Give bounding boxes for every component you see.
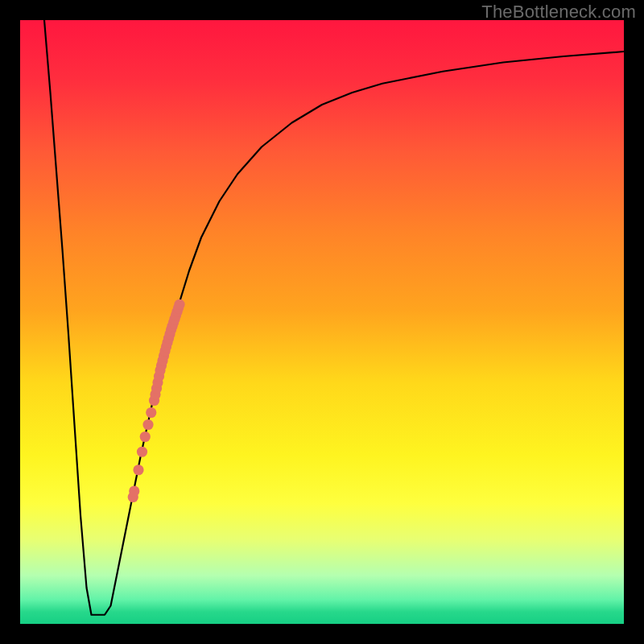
highlight-point [140, 431, 151, 442]
highlight-point [137, 447, 147, 457]
highlight-point [146, 407, 156, 418]
chart-svg [20, 20, 624, 624]
highlight-point [133, 464, 143, 475]
highlight-points-group [128, 299, 185, 502]
plot-area [20, 20, 624, 624]
chart-frame: TheBottleneck.com [0, 0, 644, 644]
highlight-point [174, 299, 184, 310]
highlight-point [129, 485, 139, 496]
bottleneck-curve [44, 20, 624, 615]
highlight-point [142, 419, 153, 430]
